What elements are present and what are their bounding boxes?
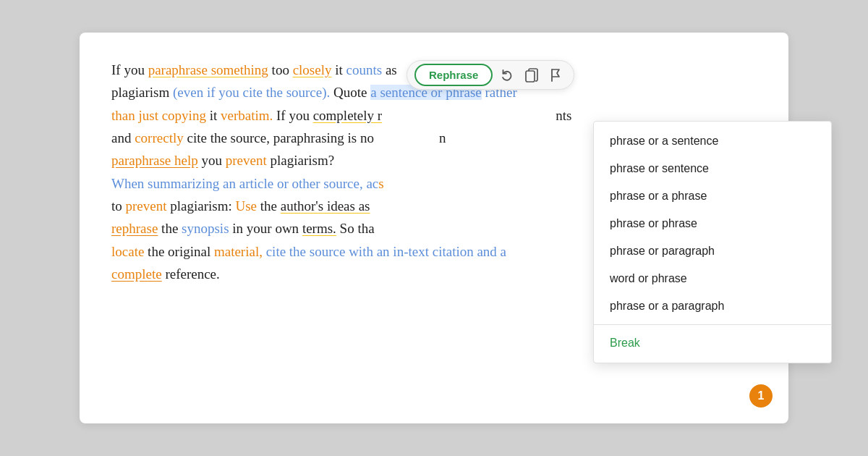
word-synopsis: synopsis bbox=[182, 221, 229, 236]
copy-icon[interactable] bbox=[522, 65, 542, 85]
dropdown-break-item[interactable]: Break bbox=[594, 329, 831, 357]
text-line-5: paraphrase help you prevent plagiarism? bbox=[111, 153, 334, 168]
flag-icon[interactable] bbox=[546, 65, 566, 85]
phrase-author: author's ideas as bbox=[281, 198, 370, 214]
toolbar: Rephrase bbox=[407, 60, 574, 90]
text-line-4: and correctly cite the source, paraphras… bbox=[111, 130, 446, 145]
phrase-paraphrase-help: paraphrase help bbox=[111, 153, 198, 168]
word-complete: complete bbox=[111, 266, 162, 282]
word-terms: terms. bbox=[302, 221, 336, 236]
word-correctly: correctly bbox=[135, 130, 184, 145]
word-use: Use bbox=[236, 198, 258, 214]
phrase-summarizing: When summarizing an article or other sou… bbox=[111, 176, 378, 191]
dropdown-item-7[interactable]: phrase or a paragraph bbox=[594, 292, 831, 320]
word-completely: completely r bbox=[313, 108, 383, 123]
dropdown-item-4[interactable]: phrase or phrase bbox=[594, 210, 831, 237]
undo-icon[interactable] bbox=[497, 65, 517, 85]
text-line-6: When summarizing an article or other sou… bbox=[111, 176, 384, 191]
word-closely: closely bbox=[293, 62, 332, 77]
dropdown-menu: phrase or a sentence phrase or sentence … bbox=[593, 121, 832, 363]
word-prevent: prevent bbox=[226, 153, 267, 168]
text-line-10: complete reference. bbox=[111, 266, 220, 282]
word-verbatim: verbatim. bbox=[221, 108, 273, 123]
rephrase-button[interactable]: Rephrase bbox=[414, 64, 493, 86]
dropdown-item-6[interactable]: word or phrase bbox=[594, 265, 831, 292]
text-counts: it counts as bbox=[335, 62, 397, 77]
text-line-3: than just copying it verbatim. If you co… bbox=[111, 108, 571, 123]
text-line-9: locate the original material, cite the s… bbox=[111, 244, 506, 259]
text-line-8: rephrase the synopsis in your own terms.… bbox=[111, 221, 375, 236]
text-line-1: If you paraphrase something too closely bbox=[111, 62, 331, 77]
word-counts: counts bbox=[346, 62, 383, 77]
letter-s: s bbox=[378, 176, 383, 191]
dropdown-item-3[interactable]: phrase or a phrase bbox=[594, 182, 831, 210]
word-prevent2: prevent bbox=[126, 198, 167, 214]
dropdown-item-5[interactable]: phrase or paragraph bbox=[594, 237, 831, 265]
phrase-even: (even if you cite the source). bbox=[173, 85, 330, 100]
word-locate: locate bbox=[111, 244, 144, 259]
dropdown-divider bbox=[594, 324, 831, 325]
dropdown-item-2[interactable]: phrase or sentence bbox=[594, 155, 831, 182]
main-card: If you paraphrase something too closely … bbox=[80, 33, 788, 423]
svg-rect-0 bbox=[526, 71, 535, 82]
notification-badge: 1 bbox=[749, 384, 773, 408]
word-material: material, bbox=[214, 244, 263, 259]
phrase-than: than just copying bbox=[111, 108, 206, 123]
word-paraphrase: paraphrase something bbox=[148, 62, 268, 77]
phrase-cite: cite the source with an in-text citation… bbox=[266, 244, 506, 259]
word-rephrase: rephrase bbox=[111, 221, 158, 236]
text-line-7: to prevent plagiarism: Use the author's … bbox=[111, 198, 370, 214]
dropdown-item-1[interactable]: phrase or a sentence bbox=[594, 127, 831, 155]
